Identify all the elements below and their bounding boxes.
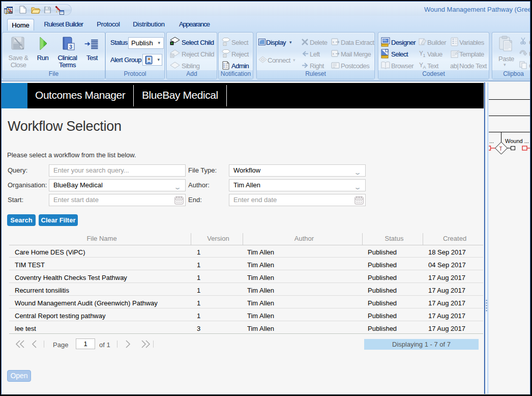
svg-text:T: T	[499, 146, 503, 152]
svg-text:x: x	[333, 40, 335, 44]
svg-text:...: ...	[489, 138, 494, 144]
svg-text:Wound ...: Wound ...	[505, 138, 529, 144]
svg-text:3: 3	[69, 44, 72, 50]
svg-text:x: x	[333, 52, 335, 55]
